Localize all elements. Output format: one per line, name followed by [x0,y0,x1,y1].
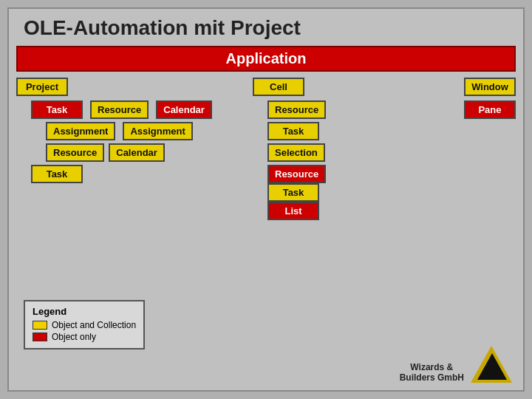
resource-sub-node: Resource [46,143,104,162]
legend: Legend Object and Collection Object only [24,300,145,349]
diagram-wrapper: Project Task Resource Calendar Assignmen… [16,78,516,220]
main-container: OLE-Automation mit Project Application P… [7,7,525,392]
left-tree: Project Task Resource Calendar Assignmen… [16,78,245,220]
cell-window-row: Cell Window [253,78,516,96]
watermark: Wizards &Builders GmbH [400,362,464,383]
assignment-row: Assignment Assignment [46,122,245,140]
resource-pane-row: Resource Pane [267,100,516,119]
task-sub-row: Task [31,165,245,183]
assignment-node-1: Assignment [46,122,115,140]
rt-task-sub-node: Task [267,183,319,202]
legend-item-1: Object and Collection [33,320,136,330]
legend-yellow-icon [33,321,47,330]
resource-calendar-row: Resource Calendar [46,143,245,162]
legend-red-icon [33,332,47,341]
resource-node: Resource [90,100,149,119]
rt-task-sub-row: Task [267,183,516,202]
watermark-text: Wizards &Builders GmbH [400,362,464,383]
task-resource-row: Task Resource Calendar [31,100,245,119]
page-title: OLE-Automation mit Project [16,16,516,40]
rt-resource-sub-node: Resource [267,165,326,183]
rt-list-node: List [267,202,319,220]
selection-row: Selection [267,143,516,162]
triangle-icon-inner [477,353,507,380]
legend-item-2: Object only [33,332,136,342]
pane-node: Pane [464,100,516,119]
cell-node: Cell [253,78,304,96]
rt-list-row: List [267,202,516,220]
rt-resource-sub-row: Resource [267,165,516,183]
selection-node: Selection [267,143,325,162]
legend-title: Legend [33,306,136,317]
calendar-sub-node: Calendar [109,143,165,162]
application-bar: Application [16,46,516,72]
legend-label-2: Object only [52,332,96,342]
rt-task-node: Task [267,122,319,140]
right-tree: Cell Window Resource Pane Task Selection… [253,78,516,220]
legend-label-1: Object and Collection [52,320,136,330]
task-node: Task [31,100,83,119]
window-node: Window [464,78,516,96]
project-row: Project [16,78,245,96]
rt-resource-node: Resource [267,100,326,119]
assignment-node-2: Assignment [123,122,192,140]
calendar-node: Calendar [156,100,212,119]
task-sub-node: Task [31,165,83,183]
project-node: Project [16,78,68,96]
rt-task-row: Task [267,122,516,140]
